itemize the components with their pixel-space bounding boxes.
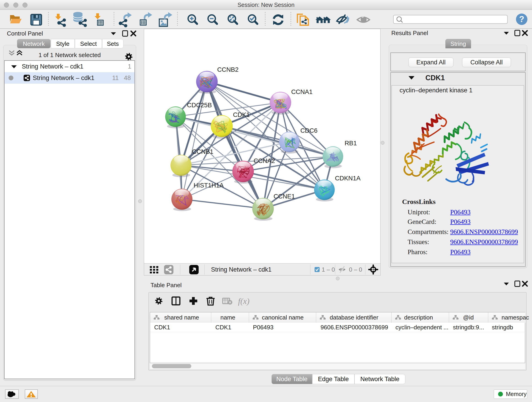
svg-text:CCNE1: CCNE1	[273, 193, 295, 200]
svg-text:0 – 0: 0 – 0	[349, 266, 362, 273]
svg-text:1 of 1 Network selected: 1 of 1 Network selected	[38, 51, 101, 58]
svg-text:CCNB2: CCNB2	[217, 66, 239, 73]
svg-text:CDK1: CDK1	[233, 111, 250, 118]
svg-text:HIST1H1A: HIST1H1A	[194, 182, 224, 189]
svg-text:CDC25B: CDC25B	[187, 102, 212, 109]
svg-text:String Network – cdk1: String Network – cdk1	[211, 266, 272, 273]
svg-text:CCNB1: CCNB1	[192, 148, 213, 155]
svg-text:?: ?	[519, 14, 524, 24]
svg-text:CCNA2: CCNA2	[254, 157, 275, 164]
svg-text:CDC6: CDC6	[300, 127, 317, 134]
svg-text:RB1: RB1	[345, 140, 357, 147]
svg-text:f(x): f(x)	[238, 297, 249, 306]
svg-text:CCNA1: CCNA1	[291, 88, 312, 95]
svg-text:CDKN1A: CDKN1A	[335, 175, 361, 182]
svg-text:1 – 0: 1 – 0	[322, 266, 335, 273]
